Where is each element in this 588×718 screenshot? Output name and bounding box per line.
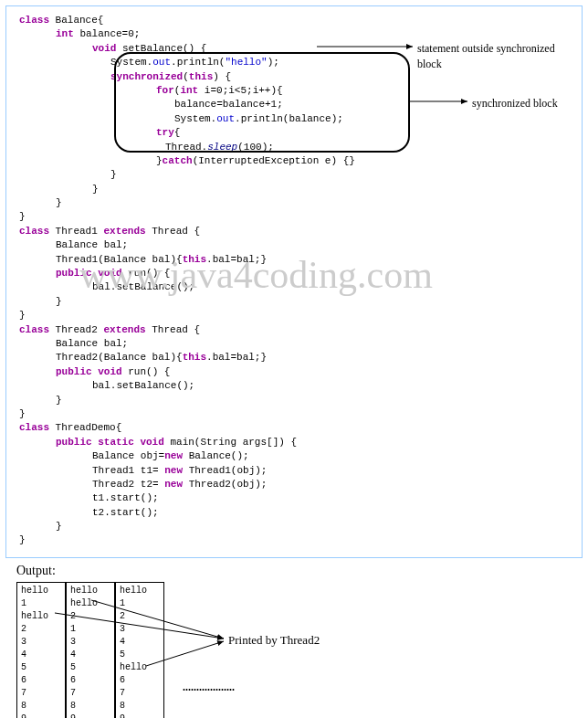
code-line: } — [19, 210, 582, 224]
code-line: } — [19, 520, 582, 533]
output-cell: 5 — [70, 661, 110, 674]
output-col-1: hello1hello2345678910 — [16, 582, 66, 718]
code-line: Thread1(Balance bal){this.bal=bal;} — [19, 253, 582, 267]
annotation-printed-by: Printed by Thread2 — [228, 633, 320, 648]
code-line: class ThreadDemo{ — [19, 421, 582, 435]
code-line: synchronized(this) { — [19, 70, 582, 84]
output-cell: 6 — [21, 674, 61, 687]
output-cell: 1 — [21, 597, 61, 610]
code-line: Thread2(Balance bal){this.bal=bal;} — [19, 351, 582, 364]
output-cell: 2 — [120, 610, 160, 623]
output-cell: 7 — [70, 687, 110, 700]
output-cell: 4 — [21, 649, 61, 661]
output-col-2: hellohello21345678910 — [66, 582, 115, 718]
output-cell: 5 — [120, 649, 160, 661]
output-cell: 2 — [21, 623, 61, 636]
code-line: class Thread1 extends Thread { — [19, 225, 582, 238]
code-line: } — [19, 168, 582, 182]
code-line: } — [19, 196, 582, 210]
code-line: Balance bal; — [19, 238, 582, 252]
output-cell: hello — [70, 585, 110, 597]
code-line: Balance bal; — [19, 337, 582, 351]
annotation-outside-block: statement outside synchronized block — [417, 41, 582, 72]
output-cell: 9 — [120, 713, 160, 718]
output-cell: 1 — [120, 597, 160, 610]
code-line: public static void main(String args[]) { — [19, 436, 582, 449]
code-line: class Balance{ — [19, 14, 582, 27]
code-line: } — [19, 183, 582, 196]
output-cell: 7 — [120, 687, 160, 700]
code-line: t1.start(); — [19, 491, 582, 505]
code-line: class Thread2 extends Thread { — [19, 323, 582, 337]
output-columns: hello1hello2345678910 hellohello21345678… — [16, 582, 588, 718]
code-line: public void run() { — [19, 365, 582, 379]
code-line: } — [19, 309, 582, 322]
output-cell: 3 — [21, 636, 61, 649]
output-cell: 9 — [21, 713, 61, 718]
code-line: Thread2 t2= new Thread2(obj); — [19, 478, 582, 491]
code-line: }catch(InterruptedException e) {} — [19, 154, 582, 168]
output-cell: hello — [21, 610, 61, 623]
code-line: t2.start(); — [19, 506, 582, 520]
code-line: bal.setBalance(); — [19, 379, 582, 393]
output-cell: 4 — [70, 649, 110, 661]
output-cell: hello — [70, 597, 110, 610]
output-label: Output: — [16, 564, 588, 578]
annotation-dots: ................... — [183, 681, 235, 694]
output-cell: 7 — [21, 687, 61, 700]
output-cell: 3 — [70, 636, 110, 649]
code-line: } — [19, 533, 582, 547]
output-cell: hello — [120, 661, 160, 674]
output-col-3: hello12345hello678910 — [115, 582, 164, 718]
output-cell: 4 — [120, 636, 160, 649]
output-cell: 2 — [70, 610, 110, 623]
output-cell: 6 — [70, 674, 110, 687]
output-cell: 6 — [120, 674, 160, 687]
code-line: bal.setBalance(); — [19, 280, 582, 294]
code-line: } — [19, 394, 582, 407]
code-line: try{ — [19, 126, 582, 140]
code-line: } — [19, 407, 582, 421]
code-line: System.out.println(balance); — [19, 112, 582, 126]
code-line: int balance=0; — [19, 27, 582, 41]
annotation-sync-block: synchronized block — [472, 96, 558, 111]
output-cell: 8 — [21, 700, 61, 713]
output-cell: 9 — [70, 713, 110, 718]
output-cell: hello — [21, 585, 61, 597]
output-cell: 5 — [21, 661, 61, 674]
output-cell: 8 — [70, 700, 110, 713]
output-cell: 8 — [120, 700, 160, 713]
code-line: Balance obj=new Balance(); — [19, 449, 582, 463]
code-panel: www.java4coding.com statement outside sy… — [5, 5, 583, 558]
output-cell: 1 — [70, 623, 110, 636]
code-line: Thread1 t1= new Thread1(obj); — [19, 464, 582, 478]
code-line: Thread.sleep(100); — [19, 141, 582, 154]
output-cell: hello — [120, 585, 160, 597]
code-line: public void run() { — [19, 267, 582, 280]
output-cell: 3 — [120, 623, 160, 636]
code-line: } — [19, 295, 582, 309]
